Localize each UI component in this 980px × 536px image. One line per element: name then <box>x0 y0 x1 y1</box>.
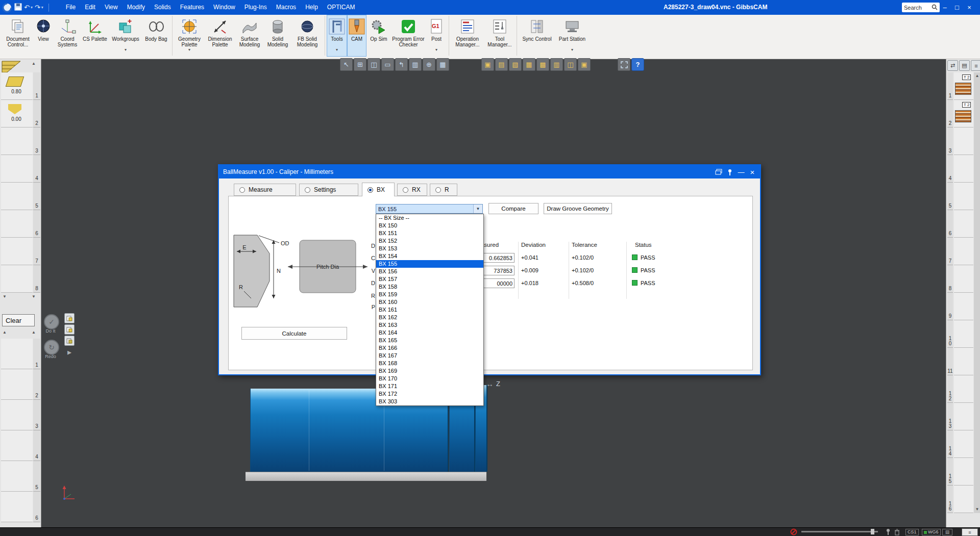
do-it-button[interactable]: ✓ <box>44 314 59 329</box>
menu-help[interactable]: Help <box>301 0 323 15</box>
chevron-down-icon[interactable]: ▾ <box>435 48 437 52</box>
selection-toolbar-button[interactable]: ◫ <box>368 58 380 71</box>
ribbon-document-control[interactable]: Document Control... <box>3 15 33 57</box>
chevron-down-icon[interactable]: ▾ <box>188 48 190 52</box>
bx-size-option[interactable]: BX 156 <box>376 268 483 275</box>
bx-size-option[interactable]: BX 161 <box>376 306 483 314</box>
search-input[interactable]: Search <box>902 3 940 12</box>
workgroup-toolbar-button[interactable]: ▣ <box>578 58 591 71</box>
bx-size-option[interactable]: BX 163 <box>376 321 483 329</box>
redo-chevron-icon[interactable]: ▾ <box>41 5 43 10</box>
bx-size-option[interactable]: BX 151 <box>376 229 483 237</box>
bx-size-combobox[interactable]: BX 155 ▼ <box>376 204 483 214</box>
close-button[interactable]: × <box>963 0 975 15</box>
clipboard-icon[interactable] <box>64 313 75 323</box>
menu-plugins[interactable]: Plug-Ins <box>240 0 272 15</box>
chevron-down-icon[interactable]: ▾ <box>571 48 573 52</box>
selection-toolbar-button[interactable]: ▥ <box>409 58 422 71</box>
bx-size-option[interactable]: BX 153 <box>376 245 483 252</box>
ribbon-dimension-palette[interactable]: Dimension Palette <box>205 15 235 57</box>
ribbon-geometry-palette[interactable]: Geometry Palette ▾ <box>174 15 205 57</box>
swap-panel-icon[interactable]: ⇄ <box>947 60 958 71</box>
ribbon-view[interactable]: View <box>33 15 54 57</box>
scroll-down-icon[interactable]: ▼ <box>32 294 36 299</box>
list-view-icon[interactable]: ▤ <box>959 60 970 71</box>
chevron-down-icon[interactable]: ▾ <box>125 48 127 52</box>
bx-size-option[interactable]: BX 160 <box>376 298 483 306</box>
bx-size-option[interactable]: BX 167 <box>376 352 483 360</box>
ribbon-surface-modeling[interactable]: Surface Modeling <box>235 15 264 57</box>
bx-size-option[interactable]: BX 171 <box>376 382 483 390</box>
insert-tool-icon[interactable] <box>955 83 971 95</box>
trash-icon[interactable] <box>894 528 900 536</box>
ribbon-workgroups[interactable]: Workgroups ▾ <box>109 15 142 57</box>
workgroup-toolbar-button[interactable]: ◫ <box>564 58 577 71</box>
minimize-button[interactable]: – <box>939 0 951 15</box>
scroll-up-icon[interactable]: ▲ <box>974 73 980 79</box>
ribbon-solid-modeling[interactable]: Solid Modeling <box>264 15 291 57</box>
help-icon[interactable]: ? <box>631 58 644 71</box>
zoom-slider-handle[interactable] <box>871 529 874 534</box>
cs-indicator[interactable]: CS1 <box>905 529 919 535</box>
workgroup-toolbar-button[interactable]: ▦ <box>523 58 535 71</box>
maximize-button[interactable]: □ <box>951 0 963 15</box>
ribbon-operation-manager[interactable]: Operation Manager... <box>451 15 484 57</box>
bx-size-option[interactable]: BX 158 <box>376 283 483 291</box>
ribbon-fb-solid-modeling[interactable]: FB Solid Modeling <box>291 15 323 57</box>
bx-size-option[interactable]: BX 166 <box>376 344 483 352</box>
menu-opticam[interactable]: OPTICAM <box>323 0 360 15</box>
bx-size-option[interactable]: -- BX Size -- <box>376 214 483 222</box>
undo-chevron-icon[interactable]: ▾ <box>31 5 33 10</box>
layers-icon[interactable]: ▤ <box>942 529 952 535</box>
undo-icon[interactable]: ↶ <box>24 3 30 13</box>
save-icon[interactable] <box>14 3 22 12</box>
clipboard-icon[interactable] <box>64 336 75 346</box>
wg-indicator[interactable]: WG6 <box>922 529 941 535</box>
menu-features[interactable]: Features <box>176 0 209 15</box>
expand-arrow-icon[interactable]: ▸ <box>64 347 75 357</box>
insert-tool-icon[interactable] <box>955 110 971 122</box>
scroll-up-icon[interactable]: ▲ <box>32 61 36 66</box>
dialog-title-bar[interactable]: BallMeasure v1.00 - Caliper - Millimeter… <box>219 165 760 178</box>
bx-size-option[interactable]: BX 159 <box>376 291 483 298</box>
tab-r[interactable]: R <box>430 184 457 196</box>
ribbon-sync-control[interactable]: Sync Control <box>519 15 555 57</box>
bx-size-option[interactable]: BX 152 <box>376 237 483 245</box>
ribbon-body-bag[interactable]: Body Bag <box>142 15 170 57</box>
bx-size-option[interactable]: BX 168 <box>376 360 483 367</box>
bx-size-option[interactable]: BX 164 <box>376 329 483 337</box>
ribbon-post[interactable]: G1 Post ▾ <box>426 15 447 57</box>
redo-button[interactable]: ↻ <box>44 340 59 355</box>
bx-size-option[interactable]: BX 157 <box>376 275 483 283</box>
workgroup-toolbar-button[interactable]: ▣ <box>481 58 494 71</box>
selection-toolbar-button[interactable]: ⊕ <box>423 58 435 71</box>
menu-solids[interactable]: Solids <box>150 0 176 15</box>
menu-modify[interactable]: Modify <box>122 0 150 15</box>
selection-toolbar-button[interactable]: ▦ <box>436 58 449 71</box>
zoom-extents-icon[interactable] <box>618 58 630 71</box>
z-axis-marker[interactable]: ↔ Z <box>486 379 500 388</box>
workgroup-toolbar-button[interactable]: ▤ <box>495 58 508 71</box>
ribbon-coord-systems[interactable]: Coord Systems <box>54 15 81 57</box>
draw-groove-geometry-button[interactable]: Draw Groove Geometry <box>544 203 612 214</box>
close-icon[interactable]: × <box>748 168 757 176</box>
minimize-icon[interactable]: — <box>737 168 746 176</box>
workgroup-toolbar-button[interactable]: ▩ <box>536 58 549 71</box>
ribbon-cam[interactable]: CAM <box>347 15 366 57</box>
clipboard-icon[interactable] <box>64 324 75 335</box>
scroll-down-icon[interactable]: ▼ <box>974 507 980 512</box>
pin-icon[interactable] <box>725 168 734 176</box>
ribbon-tools[interactable]: Tools ▾ <box>327 15 347 57</box>
bx-size-option[interactable]: BX 150 <box>376 222 483 229</box>
menu-file[interactable]: File <box>61 0 80 15</box>
bx-size-dropdown[interactable]: -- BX Size --BX 150BX 151BX 152BX 153BX … <box>376 214 484 406</box>
clear-button[interactable]: Clear <box>2 314 35 326</box>
search-icon[interactable] <box>932 4 938 11</box>
operation-slot-grid[interactable] <box>1 339 33 522</box>
station-slot-grid[interactable] <box>954 72 973 513</box>
menu-icon[interactable]: ≡ <box>971 60 980 71</box>
grid-list-icon[interactable]: ≡ <box>962 528 978 536</box>
selection-toolbar-button[interactable]: ▭ <box>381 58 394 71</box>
scroll-up-icon[interactable]: ▲ <box>3 330 7 335</box>
selection-toolbar-button[interactable]: ↖ <box>340 58 353 71</box>
